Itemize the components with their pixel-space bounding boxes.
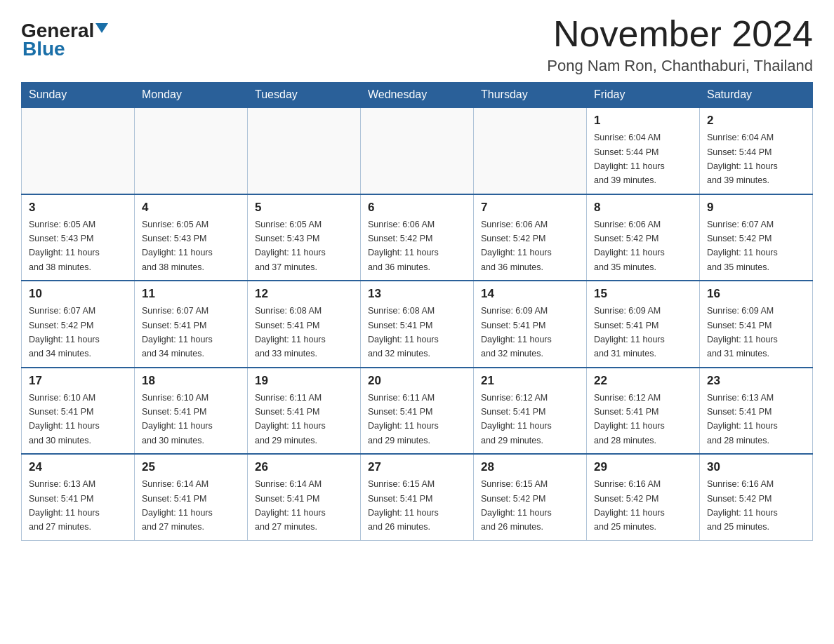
calendar-cell: 13Sunrise: 6:08 AMSunset: 5:41 PMDayligh… xyxy=(361,281,474,368)
calendar-cell xyxy=(248,107,361,194)
title-block: November 2024 Pong Nam Ron, Chanthaburi,… xyxy=(547,14,813,75)
logo-blue: Blue xyxy=(21,38,65,60)
day-info: Sunrise: 6:09 AMSunset: 5:41 PMDaylight:… xyxy=(594,306,665,358)
day-number: 22 xyxy=(594,374,692,388)
weekday-header-wednesday: Wednesday xyxy=(361,83,474,108)
day-number: 24 xyxy=(29,460,127,474)
calendar-cell: 16Sunrise: 6:09 AMSunset: 5:41 PMDayligh… xyxy=(700,281,813,368)
day-info: Sunrise: 6:14 AMSunset: 5:41 PMDaylight:… xyxy=(255,479,326,532)
calendar-cell: 28Sunrise: 6:15 AMSunset: 5:42 PMDayligh… xyxy=(474,454,587,540)
calendar-cell xyxy=(361,107,474,194)
day-number: 9 xyxy=(707,201,805,215)
day-number: 21 xyxy=(481,374,579,388)
day-number: 16 xyxy=(707,287,805,301)
calendar-cell: 27Sunrise: 6:15 AMSunset: 5:41 PMDayligh… xyxy=(361,454,474,540)
day-info: Sunrise: 6:05 AMSunset: 5:43 PMDaylight:… xyxy=(142,220,213,272)
day-info: Sunrise: 6:08 AMSunset: 5:41 PMDaylight:… xyxy=(368,306,439,358)
day-info: Sunrise: 6:10 AMSunset: 5:41 PMDaylight:… xyxy=(142,393,213,445)
day-number: 29 xyxy=(594,460,692,474)
calendar-cell: 17Sunrise: 6:10 AMSunset: 5:41 PMDayligh… xyxy=(22,368,135,455)
day-info: Sunrise: 6:15 AMSunset: 5:42 PMDaylight:… xyxy=(481,479,552,532)
day-info: Sunrise: 6:16 AMSunset: 5:42 PMDaylight:… xyxy=(707,479,778,532)
day-number: 2 xyxy=(707,114,805,128)
day-number: 12 xyxy=(255,287,353,301)
week-row-1: 1Sunrise: 6:04 AMSunset: 5:44 PMDaylight… xyxy=(22,107,813,194)
day-number: 3 xyxy=(29,201,127,215)
day-number: 6 xyxy=(368,201,466,215)
day-info: Sunrise: 6:13 AMSunset: 5:41 PMDaylight:… xyxy=(707,393,778,445)
day-number: 1 xyxy=(594,114,692,128)
calendar-table: SundayMondayTuesdayWednesdayThursdayFrid… xyxy=(21,82,813,541)
day-info: Sunrise: 6:11 AMSunset: 5:41 PMDaylight:… xyxy=(255,393,326,445)
day-number: 11 xyxy=(142,287,240,301)
day-info: Sunrise: 6:04 AMSunset: 5:44 PMDaylight:… xyxy=(594,133,665,185)
logo-triangle-icon xyxy=(95,23,108,33)
calendar-cell: 8Sunrise: 6:06 AMSunset: 5:42 PMDaylight… xyxy=(587,194,700,281)
day-info: Sunrise: 6:09 AMSunset: 5:41 PMDaylight:… xyxy=(707,306,778,358)
calendar-cell xyxy=(22,107,135,194)
calendar-cell xyxy=(474,107,587,194)
calendar-cell: 24Sunrise: 6:13 AMSunset: 5:41 PMDayligh… xyxy=(22,454,135,540)
day-info: Sunrise: 6:14 AMSunset: 5:41 PMDaylight:… xyxy=(142,479,213,532)
calendar-cell: 9Sunrise: 6:07 AMSunset: 5:42 PMDaylight… xyxy=(700,194,813,281)
day-number: 5 xyxy=(255,201,353,215)
calendar-cell: 30Sunrise: 6:16 AMSunset: 5:42 PMDayligh… xyxy=(700,454,813,540)
day-number: 10 xyxy=(29,287,127,301)
calendar-cell: 20Sunrise: 6:11 AMSunset: 5:41 PMDayligh… xyxy=(361,368,474,455)
day-info: Sunrise: 6:05 AMSunset: 5:43 PMDaylight:… xyxy=(255,220,326,272)
day-info: Sunrise: 6:05 AMSunset: 5:43 PMDaylight:… xyxy=(29,220,100,272)
location: Pong Nam Ron, Chanthaburi, Thailand xyxy=(547,57,813,75)
day-info: Sunrise: 6:15 AMSunset: 5:41 PMDaylight:… xyxy=(368,479,439,532)
day-number: 23 xyxy=(707,374,805,388)
day-info: Sunrise: 6:04 AMSunset: 5:44 PMDaylight:… xyxy=(707,133,778,185)
day-info: Sunrise: 6:11 AMSunset: 5:41 PMDaylight:… xyxy=(368,393,439,445)
calendar-cell: 1Sunrise: 6:04 AMSunset: 5:44 PMDaylight… xyxy=(587,107,700,194)
day-info: Sunrise: 6:10 AMSunset: 5:41 PMDaylight:… xyxy=(29,393,100,445)
calendar-cell: 22Sunrise: 6:12 AMSunset: 5:41 PMDayligh… xyxy=(587,368,700,455)
calendar-cell xyxy=(135,107,248,194)
calendar-cell: 3Sunrise: 6:05 AMSunset: 5:43 PMDaylight… xyxy=(22,194,135,281)
calendar-cell: 15Sunrise: 6:09 AMSunset: 5:41 PMDayligh… xyxy=(587,281,700,368)
weekday-header-row: SundayMondayTuesdayWednesdayThursdayFrid… xyxy=(22,83,813,108)
day-number: 14 xyxy=(481,287,579,301)
day-info: Sunrise: 6:16 AMSunset: 5:42 PMDaylight:… xyxy=(594,479,665,532)
day-info: Sunrise: 6:08 AMSunset: 5:41 PMDaylight:… xyxy=(255,306,326,358)
week-row-5: 24Sunrise: 6:13 AMSunset: 5:41 PMDayligh… xyxy=(22,454,813,540)
calendar-cell: 12Sunrise: 6:08 AMSunset: 5:41 PMDayligh… xyxy=(248,281,361,368)
day-number: 30 xyxy=(707,460,805,474)
day-number: 18 xyxy=(142,374,240,388)
week-row-4: 17Sunrise: 6:10 AMSunset: 5:41 PMDayligh… xyxy=(22,368,813,455)
calendar-cell: 7Sunrise: 6:06 AMSunset: 5:42 PMDaylight… xyxy=(474,194,587,281)
day-info: Sunrise: 6:09 AMSunset: 5:41 PMDaylight:… xyxy=(481,306,552,358)
weekday-header-monday: Monday xyxy=(135,83,248,108)
day-info: Sunrise: 6:06 AMSunset: 5:42 PMDaylight:… xyxy=(481,220,552,272)
calendar-cell: 25Sunrise: 6:14 AMSunset: 5:41 PMDayligh… xyxy=(135,454,248,540)
day-number: 13 xyxy=(368,287,466,301)
calendar-cell: 29Sunrise: 6:16 AMSunset: 5:42 PMDayligh… xyxy=(587,454,700,540)
day-info: Sunrise: 6:06 AMSunset: 5:42 PMDaylight:… xyxy=(594,220,665,272)
calendar-cell: 21Sunrise: 6:12 AMSunset: 5:41 PMDayligh… xyxy=(474,368,587,455)
calendar-cell: 5Sunrise: 6:05 AMSunset: 5:43 PMDaylight… xyxy=(248,194,361,281)
weekday-header-saturday: Saturday xyxy=(700,83,813,108)
day-info: Sunrise: 6:07 AMSunset: 5:42 PMDaylight:… xyxy=(707,220,778,272)
day-number: 17 xyxy=(29,374,127,388)
day-number: 4 xyxy=(142,201,240,215)
day-number: 25 xyxy=(142,460,240,474)
calendar-cell: 11Sunrise: 6:07 AMSunset: 5:41 PMDayligh… xyxy=(135,281,248,368)
day-info: Sunrise: 6:13 AMSunset: 5:41 PMDaylight:… xyxy=(29,479,100,532)
calendar-cell: 6Sunrise: 6:06 AMSunset: 5:42 PMDaylight… xyxy=(361,194,474,281)
calendar-cell: 26Sunrise: 6:14 AMSunset: 5:41 PMDayligh… xyxy=(248,454,361,540)
day-number: 27 xyxy=(368,460,466,474)
calendar-cell: 4Sunrise: 6:05 AMSunset: 5:43 PMDaylight… xyxy=(135,194,248,281)
day-number: 7 xyxy=(481,201,579,215)
weekday-header-friday: Friday xyxy=(587,83,700,108)
day-number: 28 xyxy=(481,460,579,474)
calendar-cell: 10Sunrise: 6:07 AMSunset: 5:42 PMDayligh… xyxy=(22,281,135,368)
weekday-header-tuesday: Tuesday xyxy=(248,83,361,108)
weekday-header-sunday: Sunday xyxy=(22,83,135,108)
day-info: Sunrise: 6:07 AMSunset: 5:42 PMDaylight:… xyxy=(29,306,100,358)
day-info: Sunrise: 6:12 AMSunset: 5:41 PMDaylight:… xyxy=(594,393,665,445)
page-header: General Blue November 2024 Pong Nam Ron,… xyxy=(21,14,813,75)
logo: General Blue xyxy=(21,21,108,60)
day-number: 15 xyxy=(594,287,692,301)
